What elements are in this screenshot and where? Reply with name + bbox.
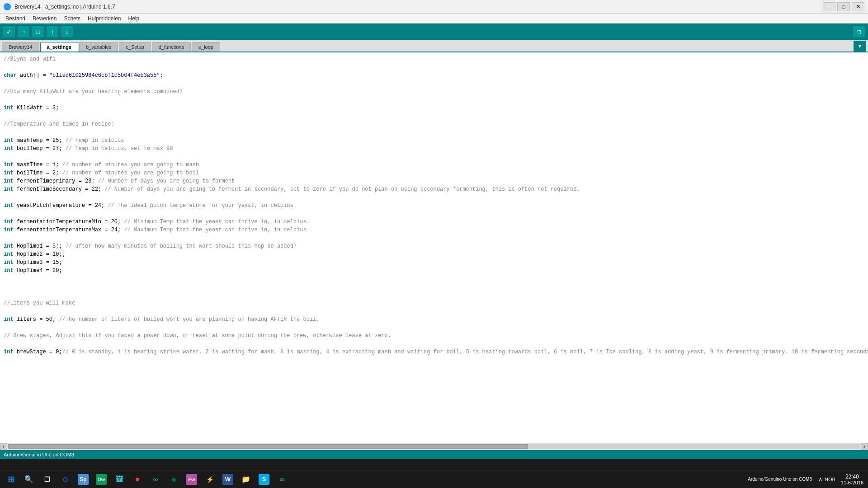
scroll-left-button[interactable]: ‹ <box>0 443 7 450</box>
code-line <box>4 153 864 161</box>
code-line <box>4 193 864 202</box>
code-line: int HopTime4 = 20; <box>4 267 864 275</box>
menu-hulpmiddelen[interactable]: Hulpmiddelen <box>84 14 124 23</box>
word-app[interactable]: W <box>220 471 236 488</box>
file-explorer-app[interactable]: 📁 <box>238 471 254 488</box>
code-line <box>4 210 864 218</box>
code-line: int fermentTimeprimary = 23; // Number o… <box>4 177 864 185</box>
dropbox-app[interactable]: ◇ <box>57 471 73 488</box>
close-button[interactable]: ✕ <box>852 2 864 11</box>
task-view-button[interactable]: ❐ <box>39 471 55 488</box>
menu-help[interactable]: Help <box>125 14 143 23</box>
clock-date: 11-6-2016 <box>841 480 863 485</box>
arduino-app2[interactable]: ∞ <box>274 471 290 488</box>
menu-bar: Bestand Bewerken Schets Hulpmiddelen Hel… <box>0 14 868 23</box>
arduino-status-text: Arduino/Genuino Uno on COM8 <box>4 452 74 457</box>
window-controls: ─ □ ✕ <box>823 2 864 11</box>
code-line <box>4 128 864 136</box>
tabs-bar: Brewery14 a_settings b_variables c_Setup… <box>0 40 868 52</box>
maximize-button[interactable]: □ <box>837 2 850 11</box>
chrome-app[interactable]: ● <box>129 471 146 488</box>
tab-scroll-arrow[interactable]: ▼ <box>854 41 866 52</box>
save-button[interactable]: ↓ <box>61 25 73 38</box>
title-bar: Brewery14 - a_settings.ino | Arduino 1.6… <box>0 0 868 14</box>
start-button[interactable]: ⊞ <box>3 471 19 488</box>
tray-keyboard[interactable]: NOB <box>825 477 835 482</box>
code-line <box>4 80 864 88</box>
arduino-status-taskbar: Arduino/Genuino Uno on COM8 <box>748 477 812 482</box>
code-line: //How many KiloWatt are your heating ele… <box>4 88 864 96</box>
code-line <box>4 112 864 120</box>
code-line: int mashTime = 1; // number of minutes y… <box>4 161 864 169</box>
code-line: int fermentationTemperatureMin = 20; // … <box>4 218 864 226</box>
photos-app[interactable]: 🖼 <box>111 471 127 488</box>
scroll-track <box>8 444 860 449</box>
minimize-button[interactable]: ─ <box>823 2 835 11</box>
tab-brewery14[interactable]: Brewery14 <box>2 42 39 52</box>
sketchbook-app[interactable]: Sp <box>75 471 91 488</box>
code-line: //Temperature and times in recipe: <box>4 120 864 128</box>
tab-e-loop[interactable]: e_loop <box>192 42 220 52</box>
code-line: int HopTime1 = 5;; // after how many min… <box>4 242 864 250</box>
title-text: Brewery14 - a_settings.ino | Arduino 1.6… <box>14 4 115 10</box>
search-button[interactable]: 🔍 <box>21 471 37 488</box>
menu-bewerken[interactable]: Bewerken <box>29 14 60 23</box>
code-line: int liters = 50; //The number of liters … <box>4 315 864 324</box>
tab-d-functions[interactable]: d_functions <box>152 42 191 52</box>
code-line: int boilTemp = 27; // Temp in celcius, s… <box>4 145 864 153</box>
code-line <box>4 324 864 332</box>
taskbar: ⊞ 🔍 ❐ ◇ Sp Dw 🖼 ● ∞ ◆ Fw ⚡ W 📁 S ∞ A <box>0 470 868 488</box>
code-line <box>4 291 864 299</box>
code-line: int fermentationTemperatureMax = 24; // … <box>4 226 864 234</box>
code-line <box>4 275 864 283</box>
code-line: // Brew stages, Adjust this if you faced… <box>4 332 864 340</box>
system-tray: ∧ NOB <box>818 476 835 483</box>
tab-a-settings[interactable]: a_settings <box>40 42 78 52</box>
code-line <box>4 96 864 104</box>
menu-bestand[interactable]: Bestand <box>2 14 29 23</box>
code-line: int HopTime3 = 15; <box>4 258 864 267</box>
horizontal-scrollbar[interactable]: ‹ › <box>0 443 868 450</box>
code-line: int fermentTimeSecondary = 22; // Number… <box>4 185 864 193</box>
skype-app[interactable]: S <box>256 471 272 488</box>
new-button[interactable]: □ <box>32 25 44 38</box>
tab-c-setup[interactable]: c_Setup <box>119 42 151 52</box>
code-line <box>4 307 864 315</box>
code-line <box>4 283 864 291</box>
scroll-thumb[interactable] <box>8 444 528 449</box>
bittorrent-app[interactable]: ⚡ <box>202 471 218 488</box>
code-line: int mashTemp = 25; // Temp in celcius <box>4 136 864 145</box>
scroll-right-button[interactable]: › <box>861 443 868 450</box>
tray-chevron[interactable]: ∧ <box>818 476 823 483</box>
clock-time: 22:40 <box>841 474 863 480</box>
open-button[interactable]: ↑ <box>46 25 59 38</box>
code-line: int HopTime2 = 10;; <box>4 250 864 258</box>
verify-button[interactable]: ✓ <box>3 25 15 38</box>
kaspersky-app[interactable]: ◆ <box>165 471 182 488</box>
toolbar: ✓ → □ ↑ ↓ ⊡ <box>0 23 868 40</box>
code-editor[interactable]: //Blynk and wifichar auth[] = "b1led6102… <box>0 52 868 443</box>
code-line: int brewStage = 0;// 0 is standby, 1 is … <box>4 348 864 356</box>
fireworks-app[interactable]: Fw <box>184 471 200 488</box>
clock[interactable]: 22:40 11-6-2016 <box>838 474 866 485</box>
upload-button[interactable]: → <box>17 25 30 38</box>
arduino-app1[interactable]: ∞ <box>147 471 164 488</box>
app-icon <box>4 3 11 10</box>
code-line: int boilTime = 2; // number of minutes y… <box>4 169 864 177</box>
code-line: //Liters you will make <box>4 299 864 307</box>
code-line <box>4 234 864 242</box>
code-line: int yeastPitchTemperature = 24; // The i… <box>4 202 864 210</box>
menu-schets[interactable]: Schets <box>60 14 84 23</box>
tab-b-variables[interactable]: b_variables <box>79 42 118 52</box>
code-line: //Blynk and wifi <box>4 55 864 63</box>
taskbar-right: Arduino/Genuino Uno on COM8 ∧ NOB 22:40 … <box>748 474 866 485</box>
code-line <box>4 63 864 71</box>
code-line <box>4 340 864 348</box>
status-bar: Arduino/Genuino Uno on COM8 <box>0 450 868 459</box>
code-line: char auth[] = "b1led61025984c6cbf1c5b04f… <box>4 71 864 80</box>
serial-monitor-button[interactable]: ⊡ <box>853 25 865 38</box>
code-line: int KiloWatt = 3; <box>4 104 864 112</box>
dreamweaver-app[interactable]: Dw <box>93 471 109 488</box>
